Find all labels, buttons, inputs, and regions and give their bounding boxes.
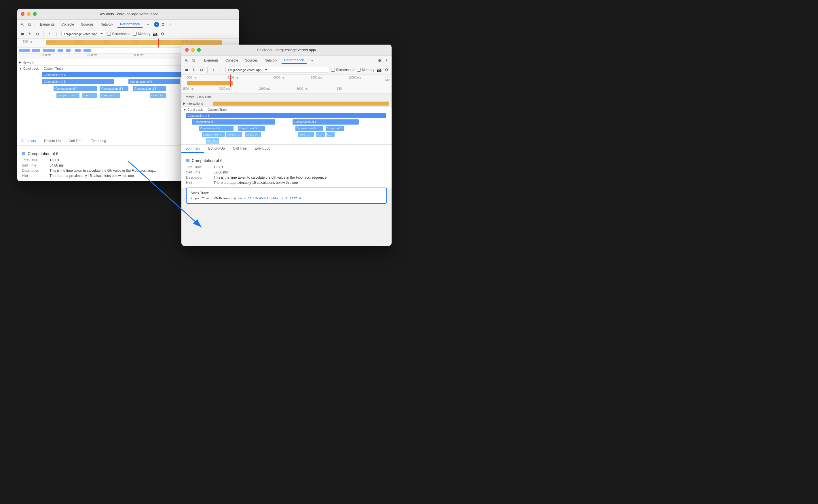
comp5-bar-2[interactable]: Computation of 5: [192, 119, 275, 125]
chevron-right-network[interactable]: ▶: [19, 60, 21, 64]
minimize-button-2[interactable]: [191, 48, 194, 52]
comp6-bar-2[interactable]: Computation of 6: [186, 113, 386, 118]
upload-icon-2[interactable]: ↑: [211, 67, 216, 73]
comp2b-bar-1[interactable]: Comp...of 2: [100, 93, 120, 98]
memory-checkbox-2[interactable]: Memory: [357, 68, 374, 72]
c1-bar-2[interactable]: C...: [316, 132, 325, 137]
tab-performance-2[interactable]: Performance: [281, 57, 307, 64]
comp3b-bar-1[interactable]: Computation of 3: [133, 86, 166, 91]
download-icon-1[interactable]: ↓: [54, 31, 60, 37]
tab-calltree-2[interactable]: Call Tree: [229, 145, 251, 153]
comp4b-bar-2[interactable]: Computation of 4: [199, 126, 234, 131]
tab-console-1[interactable]: Console: [58, 21, 77, 28]
comp5-bar-1[interactable]: Computation of 5: [42, 79, 114, 84]
memory-check-2[interactable]: [357, 68, 361, 72]
settings2-icon-2[interactable]: ⚙: [384, 67, 389, 73]
comp2c-bar-1[interactable]: Comp...f 2: [150, 93, 166, 98]
screenshots-check-2[interactable]: [331, 68, 335, 72]
download-icon-2[interactable]: ↓: [218, 67, 224, 73]
clear-icon-1[interactable]: ⊘: [35, 31, 40, 37]
url-bar-1[interactable]: corgi-collage.vercel.app... ▾: [61, 31, 105, 37]
capture-icon-2[interactable]: 📷: [376, 67, 382, 73]
reload-icon-1[interactable]: ↻: [27, 31, 33, 37]
comp2c-bar-2[interactable]: Com...f 2: [245, 132, 261, 137]
comp3c-bar-2[interactable]: Comput...n of 3: [202, 132, 225, 137]
url-dropdown-icon-2[interactable]: ▾: [265, 68, 267, 72]
close-button-2[interactable]: [185, 48, 188, 52]
url-bar-2[interactable]: corgi-collage.vercel.app... ▾: [226, 67, 329, 73]
tab-sources-1[interactable]: Sources: [78, 21, 96, 28]
screenshots-check-1[interactable]: [107, 32, 111, 36]
cursor-icon[interactable]: ↖: [20, 22, 25, 27]
comp3b-bar-2[interactable]: Computa...n of 3: [296, 126, 323, 131]
comp6-bar-1[interactable]: Computation of 6: [42, 72, 204, 77]
comp3a-bar-1[interactable]: Computation of 3: [100, 86, 128, 91]
more-tabs-1[interactable]: »: [144, 21, 152, 28]
record-icon-1[interactable]: ⏺: [20, 31, 25, 37]
total-time-value-2: 1.87 s: [214, 165, 223, 169]
chevron-down-corgi-2[interactable]: ▼: [183, 108, 186, 111]
layers-icon-2[interactable]: ⧉: [190, 58, 196, 63]
tab-console-2[interactable]: Console: [223, 57, 241, 64]
comp3c-bar-1[interactable]: Comput...n of 3: [56, 93, 79, 98]
tab-elements-2[interactable]: Elements: [201, 57, 222, 64]
maximize-button-1[interactable]: [33, 12, 37, 16]
url-text-2: corgi-collage.vercel.app...: [228, 68, 264, 72]
c2-bar-2[interactable]: C...: [327, 132, 335, 137]
minimize-button-1[interactable]: [27, 12, 30, 16]
screenshots-checkbox-2[interactable]: Screenshots: [331, 68, 355, 72]
stack-trace-link[interactable]: main.63cb5c4bde8be90a.js:1:122716: [238, 197, 301, 200]
settings-icon-2[interactable]: ⚙: [377, 58, 382, 63]
tab-summary-2[interactable]: Summary: [181, 145, 204, 153]
cursor-icon-2[interactable]: ↖: [184, 58, 189, 63]
ruler-bottom-2: 1500 ms 2000 ms 2500 ms 3000 ms 350: [181, 87, 392, 93]
tab-eventlog-1[interactable]: Event Log: [87, 137, 110, 145]
self-time-row-2: Self Time 57.00 ms: [186, 170, 387, 174]
stack-trace-title: Stack Trace: [190, 191, 382, 195]
tab-bottomup-2[interactable]: Bottom-Up: [204, 145, 229, 153]
comp4b-bar-1[interactable]: Computation of 4: [54, 86, 97, 91]
tab-elements-1[interactable]: Elements: [37, 21, 57, 28]
record-icon-2[interactable]: ⏺: [184, 67, 189, 73]
comp2b-bar-2[interactable]: Comp...f 2: [226, 132, 242, 137]
tab-performance-1[interactable]: Performance: [117, 21, 143, 28]
stack-trace-box: Stack Trace injectTimingsToBrowser @ mai…: [186, 188, 387, 204]
screenshots-checkbox-1[interactable]: Screenshots: [107, 32, 131, 36]
tab-bottomup-1[interactable]: Bottom-Up: [40, 137, 64, 145]
settings-icon-1[interactable]: ⚙: [160, 22, 166, 27]
com2-bar-2[interactable]: Com... 2: [298, 132, 314, 137]
comp2a-bar-2[interactable]: Compu...of 2: [326, 126, 344, 131]
reload-icon-2[interactable]: ↻: [191, 67, 197, 73]
tab-eventlog-2[interactable]: Event Log: [251, 145, 275, 153]
memory-checkbox-1[interactable]: Memory: [133, 32, 150, 36]
comp3a-bar-2[interactable]: Comput...n of 3: [238, 126, 265, 131]
tab-summary-1[interactable]: Summary: [17, 137, 40, 145]
layers-icon[interactable]: ⧉: [26, 22, 32, 27]
tab-calltree-1[interactable]: Call Tree: [65, 137, 87, 145]
chevron-down-corgi[interactable]: ▼: [19, 67, 22, 70]
comp2a-bar-1[interactable]: Com... 2: [82, 93, 97, 98]
tab-sources-2[interactable]: Sources: [242, 57, 261, 64]
comp4a-bar-1[interactable]: Computation of 4: [128, 79, 180, 84]
clear-icon-2[interactable]: ⊘: [199, 67, 204, 73]
more-tabs-2[interactable]: »: [308, 57, 316, 64]
c1-label-2: C...: [317, 133, 321, 136]
more-icon-2[interactable]: ⋮: [384, 58, 389, 63]
comp3c-label-2: Comput...n of 3: [203, 133, 221, 136]
tick3-3000: 3000 ms: [297, 87, 308, 90]
close-button-1[interactable]: [21, 12, 24, 16]
capture-icon-1[interactable]: 📷: [152, 31, 158, 37]
tab-network-1[interactable]: Network: [98, 21, 116, 28]
tab-network-2[interactable]: Network: [262, 57, 280, 64]
upload-icon-1[interactable]: ↑: [46, 31, 52, 37]
maximize-button-2[interactable]: [197, 48, 201, 52]
chevron-right-interactions[interactable]: ▶: [183, 102, 185, 105]
url-dropdown-icon[interactable]: ▾: [101, 32, 103, 36]
settings2-icon-1[interactable]: ⚙: [159, 31, 165, 37]
mini-bar-1: [19, 49, 30, 52]
comp4-bar-2[interactable]: Computation of 4: [293, 119, 359, 125]
comp6-label-2: Computation of 6: [188, 114, 210, 117]
memory-check-1[interactable]: [133, 32, 137, 36]
flame-row2-0: Computation of 6: [183, 112, 392, 119]
more-icon-1[interactable]: ⋮: [167, 22, 173, 27]
